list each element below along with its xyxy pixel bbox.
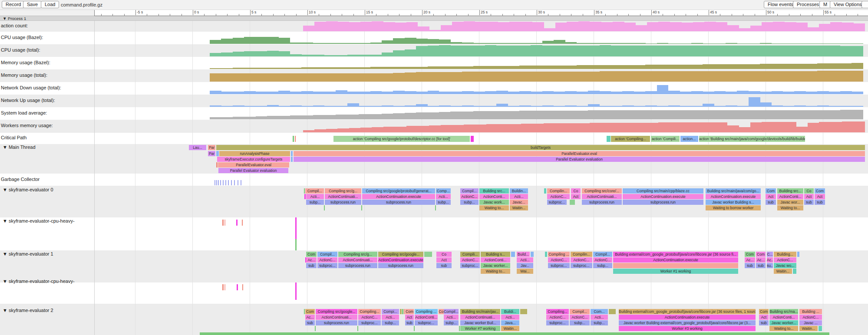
trace-block[interactable]: Acti... (501, 315, 519, 320)
trace-block[interactable] (225, 180, 226, 185)
trace-block[interactable]: skyframeExecutor.configureTargets (217, 157, 290, 162)
trace-block[interactable]: Acti... (591, 315, 608, 320)
trace-block[interactable]: Acti... (510, 194, 528, 199)
trace-block[interactable]: Act (759, 315, 769, 320)
thread-row-label[interactable]: ▼ skyframe-evaluator 2 (3, 308, 53, 313)
trace-block[interactable]: ActionContinuation.execute (378, 257, 423, 263)
trace-block[interactable]: Javac work... (479, 200, 509, 205)
trace-block[interactable] (237, 284, 238, 290)
trace-block[interactable]: Javac worker Building external/com_googl… (619, 320, 756, 325)
trace-block[interactable]: Javac worker... (769, 320, 798, 325)
trace-block[interactable]: buildTargets (216, 145, 865, 150)
trace-block[interactable]: Javac ... (799, 320, 822, 325)
trace-block[interactable]: ActionC... (460, 194, 479, 199)
trace-block[interactable]: subproc... (358, 320, 381, 325)
trace-block[interactable]: Compi... (382, 309, 399, 314)
trace-block[interactable]: ParallelEvaluator.eval (294, 151, 865, 156)
trace-block[interactable] (295, 282, 297, 300)
trace-block[interactable]: sub (756, 263, 766, 268)
trace-block[interactable]: Building src/ma... (769, 309, 798, 314)
trace-block[interactable]: Com (745, 252, 755, 257)
trace-block[interactable] (295, 136, 296, 142)
trace-block[interactable] (402, 309, 403, 314)
trace-block[interactable] (218, 180, 219, 185)
trace-block[interactable]: Com (766, 188, 776, 194)
trace-block[interactable]: Act (766, 194, 776, 199)
trace-block[interactable] (424, 252, 432, 257)
trace-block[interactable]: Waitin... (799, 326, 818, 331)
thread-row-label[interactable]: ▼ Main Thread (3, 145, 36, 150)
trace-block[interactable]: Ac... (745, 257, 755, 263)
trace-block[interactable]: Building src/main/jav... (460, 309, 500, 314)
trace-block[interactable]: Act (815, 194, 825, 199)
trace-block[interactable]: subprocess.run (582, 200, 622, 205)
trace-block[interactable]: Compiling ... (415, 309, 438, 314)
trace-block[interactable]: Waiting to... (769, 326, 798, 331)
trace-block[interactable] (459, 326, 460, 331)
trace-block[interactable] (793, 269, 796, 274)
trace-block[interactable]: Worker #7 working (460, 326, 500, 331)
trace-block[interactable]: action... (680, 136, 698, 142)
trace-block[interactable]: ActionContinuation.execute (619, 315, 756, 320)
trace-block[interactable]: Waiting to borrow worker (706, 205, 761, 210)
trace-block[interactable]: Compiling src/g... (338, 252, 377, 257)
thread-row-label[interactable]: ▼ skyframe-evaluator 0 (3, 187, 53, 192)
trace-block[interactable]: ActionConti... (777, 194, 803, 199)
trace-block[interactable]: Lau... (189, 145, 206, 150)
trace-block[interactable]: Building src... (479, 188, 509, 194)
save-button[interactable]: Save (23, 1, 42, 8)
trace-block[interactable]: ActionC... (548, 257, 570, 263)
trace-block[interactable]: Compili... (460, 252, 480, 257)
trace-block[interactable]: Javac wor... (777, 200, 803, 205)
trace-block[interactable]: subp... (444, 320, 459, 325)
trace-block[interactable]: Acti... (444, 315, 459, 320)
trace-block[interactable]: Compil... (444, 309, 459, 314)
trace-block[interactable]: ActionContinuation.execute (623, 194, 703, 199)
trace-block[interactable] (304, 194, 306, 199)
trace-block[interactable] (234, 180, 235, 185)
trace-block[interactable] (231, 180, 232, 185)
trace-block[interactable] (544, 188, 546, 194)
view-options-button[interactable]: View Options (830, 1, 866, 8)
trace-block[interactable]: Com (405, 309, 414, 314)
trace-block[interactable]: su... (767, 263, 773, 268)
thread-row-label[interactable]: ▼ skyframe-evaluator 1 (3, 251, 53, 256)
trace-block[interactable]: Co (571, 188, 581, 194)
trace-block[interactable]: subproc... (548, 263, 570, 268)
trace-block[interactable]: sub (804, 200, 814, 205)
trace-block[interactable]: subp... (460, 200, 479, 205)
trace-block[interactable]: action 'Compili... (651, 136, 680, 142)
trace-block[interactable]: ActionContinuation.execute (613, 257, 738, 263)
record-button[interactable]: Record (2, 1, 25, 8)
trace-block[interactable]: Compilin... (547, 188, 570, 194)
trace-block[interactable]: Waitin... (774, 269, 792, 274)
trace-block[interactable] (215, 180, 215, 185)
trace-block[interactable] (511, 252, 515, 257)
trace-block[interactable]: Waiting to... (481, 269, 510, 274)
trace-block[interactable] (222, 284, 224, 290)
trace-block[interactable]: Parallel Evaluator evaluation (294, 157, 865, 162)
trace-block[interactable]: ActionC... (570, 315, 590, 320)
thread-row-label[interactable]: ▼ skyframe-evaluator-cpu-heavy- (3, 279, 75, 284)
trace-block[interactable] (216, 151, 219, 156)
trace-block[interactable]: Ac... (756, 257, 766, 263)
trace-block[interactable]: ActionC... (547, 194, 570, 199)
trace-block[interactable]: sub (766, 200, 776, 205)
trace-block[interactable] (242, 220, 243, 226)
trace-block[interactable] (361, 205, 362, 210)
trace-block[interactable]: Act (804, 194, 814, 199)
trace-block[interactable]: Compiling... (546, 309, 569, 314)
processes-button[interactable]: Processes (793, 1, 823, 8)
trace-block[interactable]: subprocess.run (316, 320, 357, 325)
trace-block[interactable] (293, 136, 294, 142)
trace-block[interactable]: ActionC... (460, 257, 480, 263)
trace-block[interactable]: subproc... (317, 263, 337, 268)
trace-block[interactable]: Ac... (305, 315, 315, 320)
trace-block[interactable]: Waitin... (510, 205, 528, 210)
trace-block[interactable]: Waiting to... (777, 205, 803, 210)
trace-block[interactable]: Wai... (517, 269, 533, 274)
trace-block[interactable] (818, 326, 822, 331)
trace-block[interactable]: ActionConti... (769, 315, 798, 320)
trace-block[interactable]: Waitin... (501, 326, 519, 331)
trace-block[interactable]: Worker #3 working (619, 326, 756, 331)
